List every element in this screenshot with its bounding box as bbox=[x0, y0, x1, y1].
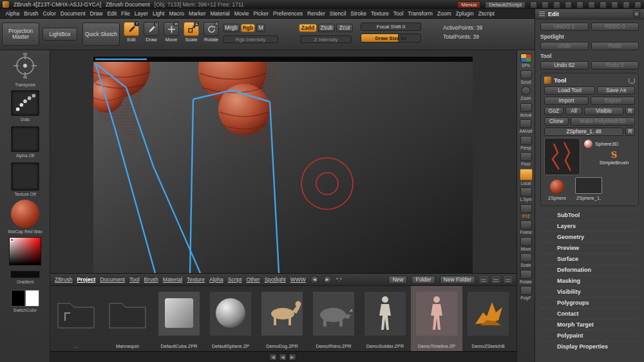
menu-preferences[interactable]: Preferences bbox=[271, 10, 305, 17]
menu-movie[interactable]: Movie bbox=[232, 10, 251, 17]
titlebar-icon[interactable] bbox=[611, 1, 618, 8]
spotlight-redo-button[interactable]: Redo bbox=[591, 42, 639, 50]
save-as-button[interactable]: Save As bbox=[597, 86, 635, 95]
menu-macro[interactable]: Macro bbox=[167, 10, 187, 17]
list-item[interactable]: DefaultSphere.ZP bbox=[205, 286, 256, 352]
menu-marker[interactable]: Marker bbox=[187, 10, 208, 17]
section-geometry[interactable]: Geometry bbox=[540, 231, 639, 242]
section-subtool[interactable]: SubTool bbox=[540, 209, 639, 220]
menu-zplugin[interactable]: Zplugin bbox=[453, 10, 476, 17]
spix-button[interactable]: SPix bbox=[520, 53, 532, 68]
undo-button[interactable]: UNDO 1 bbox=[540, 23, 589, 31]
list-item[interactable]: DemoDog.ZPR bbox=[256, 286, 308, 352]
alpha-button[interactable]: Alpha Off bbox=[0, 126, 50, 158]
scroll-right-icon[interactable]: ▶ bbox=[289, 354, 296, 361]
tab-zbrush[interactable]: ZBrush bbox=[55, 276, 72, 283]
refresh-icon[interactable] bbox=[629, 77, 635, 84]
menu-picker[interactable]: Picker bbox=[251, 10, 271, 17]
menu-zscript[interactable]: Zscript bbox=[476, 10, 497, 17]
color-picker[interactable] bbox=[0, 237, 50, 265]
actual-button[interactable]: Actual bbox=[520, 103, 532, 117]
titlebar-icon[interactable] bbox=[565, 1, 572, 8]
zoom-button[interactable]: Zoom bbox=[520, 86, 531, 100]
tool-undo-button[interactable]: Undo 62 bbox=[540, 61, 589, 70]
shelf-rotate-button[interactable]: Rotate bbox=[520, 270, 532, 284]
load-tool-button[interactable]: Load Tool bbox=[544, 86, 595, 95]
section-visibility[interactable]: Visibility bbox=[540, 286, 639, 297]
section-surface[interactable]: Surface bbox=[540, 253, 639, 264]
visible-button[interactable]: Visible bbox=[584, 107, 623, 115]
scroll-button[interactable]: Scroll bbox=[520, 70, 532, 84]
menu-stroke[interactable]: Stroke bbox=[348, 10, 369, 17]
r-button-2[interactable]: R bbox=[625, 128, 635, 136]
transpose-brush-button[interactable]: Transpose bbox=[0, 53, 50, 87]
section-layers[interactable]: Layers bbox=[540, 220, 639, 231]
all-button[interactable]: All bbox=[565, 107, 582, 115]
menu-document[interactable]: Document bbox=[58, 10, 88, 17]
menu-texture[interactable]: Texture bbox=[368, 10, 391, 17]
rgb-button[interactable]: Rgb bbox=[241, 24, 255, 32]
current-tool-preview[interactable] bbox=[544, 138, 580, 175]
spotlight-undo-button[interactable]: Undo bbox=[540, 42, 589, 50]
list-item[interactable]: DemoSoldier.ZPR bbox=[359, 286, 411, 352]
titlebar-icon[interactable] bbox=[576, 1, 583, 8]
list-view-icon[interactable] bbox=[492, 276, 500, 283]
tab-alpha[interactable]: Alpha bbox=[209, 276, 223, 283]
list-item[interactable]: DemoRhino.ZPR bbox=[308, 286, 359, 352]
zcut-button[interactable]: Zcut bbox=[336, 24, 353, 32]
section-contact[interactable]: Contact bbox=[540, 308, 639, 319]
section-display-properties[interactable]: Display Properties bbox=[540, 341, 639, 352]
scroll-left-icon[interactable]: ◀ bbox=[269, 354, 277, 361]
shelf-scale-button[interactable]: Scale bbox=[520, 253, 532, 267]
simplebrush-item[interactable]: S SimpleBrush bbox=[584, 151, 635, 166]
titlebar-icon[interactable] bbox=[623, 1, 630, 8]
redo-button[interactable]: REDO 0 bbox=[591, 23, 639, 31]
tool-redo-button[interactable]: Redo 0 bbox=[591, 61, 639, 70]
projection-master-button[interactable]: Projection Master bbox=[2, 23, 39, 46]
floor-button[interactable]: Floor bbox=[520, 152, 532, 166]
focal-shift-slider[interactable]: Focal Shift 0 bbox=[361, 23, 421, 31]
scale-button[interactable]: E Scale bbox=[182, 22, 200, 43]
titlebar-icon[interactable] bbox=[542, 1, 549, 8]
r-button[interactable]: R bbox=[625, 107, 635, 115]
section-masking[interactable]: Masking bbox=[540, 275, 639, 286]
menu-layer[interactable]: Layer bbox=[132, 10, 150, 17]
list-view-icon[interactable] bbox=[480, 276, 488, 283]
tab-spotlight[interactable]: Spotlight bbox=[265, 276, 286, 283]
menu-render[interactable]: Render bbox=[305, 10, 327, 17]
scroll-left-icon[interactable]: ◀ bbox=[279, 354, 287, 361]
list-item[interactable]: DemoZSketchB bbox=[462, 286, 514, 352]
section-preview[interactable]: Preview bbox=[540, 242, 639, 253]
menu-stencil[interactable]: Stencil bbox=[327, 10, 348, 17]
titlebar-icon[interactable] bbox=[634, 1, 641, 8]
tab-other[interactable]: Other bbox=[246, 276, 260, 283]
menu-light[interactable]: Light bbox=[151, 10, 167, 17]
texture-button[interactable]: Texture Off bbox=[0, 162, 50, 196]
frame-button[interactable]: Frame bbox=[520, 220, 531, 234]
gradient-button[interactable]: Gradient bbox=[0, 271, 50, 284]
make-polymesh3d-button[interactable]: Make PolyMesh3D bbox=[571, 117, 635, 126]
export-button[interactable]: Export bbox=[591, 97, 635, 105]
list-item[interactable]: Mannequin bbox=[102, 286, 153, 352]
sphere3d-item[interactable]: Sphere3D bbox=[584, 140, 635, 148]
menu-draw[interactable]: Draw bbox=[88, 10, 105, 17]
m-button[interactable]: M bbox=[256, 24, 265, 32]
tab-document[interactable]: Document bbox=[100, 276, 125, 283]
menu-zoom[interactable]: Zoom bbox=[435, 10, 453, 17]
menu-color[interactable]: Color bbox=[41, 10, 58, 17]
zadd-button[interactable]: Zadd bbox=[299, 24, 317, 32]
menu-edit[interactable]: Edit bbox=[105, 10, 119, 17]
z-intensity-slider[interactable]: Z Intensity bbox=[300, 35, 352, 43]
list-item[interactable]: .. bbox=[50, 286, 102, 352]
tab-project[interactable]: Project bbox=[77, 276, 95, 283]
viewport-canvas[interactable] bbox=[50, 50, 516, 273]
menu-transform[interactable]: Transform bbox=[406, 10, 435, 17]
panel-menu-icon[interactable] bbox=[539, 12, 545, 16]
tab-script[interactable]: Script bbox=[228, 276, 242, 283]
menu-alpha[interactable]: Alpha bbox=[3, 10, 22, 17]
material-button[interactable]: MatCap Red Wax bbox=[0, 200, 50, 234]
clone-button[interactable]: Clone bbox=[544, 117, 569, 126]
menu-brush[interactable]: Brush bbox=[22, 10, 41, 17]
close-icon[interactable]: × bbox=[633, 10, 640, 17]
menus-button[interactable]: Menus bbox=[457, 1, 480, 8]
